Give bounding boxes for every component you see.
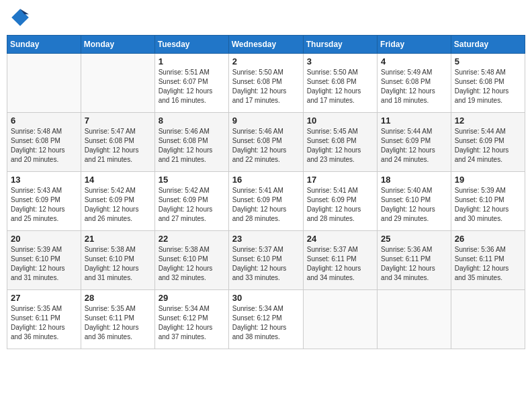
calendar-cell: 1Sunrise: 5:51 AMSunset: 6:07 PMDaylight… bbox=[154, 54, 228, 113]
calendar-cell: 22Sunrise: 5:38 AMSunset: 6:10 PMDayligh… bbox=[154, 231, 228, 290]
day-info: Sunrise: 5:36 AMSunset: 6:11 PMDaylight:… bbox=[455, 245, 521, 283]
calendar-cell: 15Sunrise: 5:42 AMSunset: 6:09 PMDayligh… bbox=[154, 172, 228, 231]
calendar-week-row: 1Sunrise: 5:51 AMSunset: 6:07 PMDaylight… bbox=[7, 54, 525, 113]
day-number: 13 bbox=[11, 175, 77, 185]
day-number: 2 bbox=[232, 56, 300, 66]
calendar-cell: 10Sunrise: 5:45 AMSunset: 6:08 PMDayligh… bbox=[303, 113, 377, 172]
day-number: 25 bbox=[381, 234, 447, 244]
calendar-cell: 12Sunrise: 5:44 AMSunset: 6:09 PMDayligh… bbox=[451, 113, 525, 172]
day-info: Sunrise: 5:49 AMSunset: 6:08 PMDaylight:… bbox=[381, 68, 447, 105]
calendar-cell: 23Sunrise: 5:37 AMSunset: 6:10 PMDayligh… bbox=[228, 231, 303, 290]
calendar-cell: 19Sunrise: 5:39 AMSunset: 6:10 PMDayligh… bbox=[451, 172, 525, 231]
day-number: 10 bbox=[307, 116, 373, 126]
day-number: 11 bbox=[381, 116, 447, 126]
calendar-cell: 18Sunrise: 5:40 AMSunset: 6:10 PMDayligh… bbox=[378, 172, 451, 231]
calendar-cell: 13Sunrise: 5:43 AMSunset: 6:09 PMDayligh… bbox=[7, 172, 81, 231]
day-number: 30 bbox=[232, 293, 300, 303]
day-info: Sunrise: 5:37 AMSunset: 6:10 PMDaylight:… bbox=[232, 245, 300, 283]
day-number: 8 bbox=[159, 116, 225, 126]
weekday-header: Monday bbox=[81, 36, 154, 54]
day-info: Sunrise: 5:42 AMSunset: 6:09 PMDaylight:… bbox=[85, 186, 151, 224]
day-info: Sunrise: 5:39 AMSunset: 6:10 PMDaylight:… bbox=[455, 186, 521, 224]
calendar-cell: 7Sunrise: 5:47 AMSunset: 6:08 PMDaylight… bbox=[81, 113, 154, 172]
weekday-header: Thursday bbox=[303, 36, 377, 54]
day-number: 29 bbox=[159, 293, 225, 303]
calendar-cell: 14Sunrise: 5:42 AMSunset: 6:09 PMDayligh… bbox=[81, 172, 154, 231]
day-info: Sunrise: 5:44 AMSunset: 6:09 PMDaylight:… bbox=[381, 127, 447, 165]
calendar-cell bbox=[81, 54, 154, 113]
day-number: 12 bbox=[455, 116, 521, 126]
calendar-week-row: 27Sunrise: 5:35 AMSunset: 6:11 PMDayligh… bbox=[7, 290, 525, 349]
svg-marker-0 bbox=[11, 9, 29, 26]
day-number: 1 bbox=[159, 56, 225, 66]
day-info: Sunrise: 5:41 AMSunset: 6:09 PMDaylight:… bbox=[232, 186, 300, 224]
day-number: 27 bbox=[11, 293, 77, 303]
day-info: Sunrise: 5:36 AMSunset: 6:11 PMDaylight:… bbox=[381, 245, 447, 283]
calendar-cell bbox=[378, 290, 451, 349]
calendar-cell: 16Sunrise: 5:41 AMSunset: 6:09 PMDayligh… bbox=[228, 172, 303, 231]
day-number: 14 bbox=[85, 175, 151, 185]
weekday-header: Saturday bbox=[451, 36, 525, 54]
day-info: Sunrise: 5:50 AMSunset: 6:08 PMDaylight:… bbox=[307, 68, 373, 105]
day-number: 24 bbox=[307, 234, 373, 244]
calendar-cell: 24Sunrise: 5:37 AMSunset: 6:11 PMDayligh… bbox=[303, 231, 377, 290]
day-number: 5 bbox=[455, 56, 521, 66]
calendar-week-row: 13Sunrise: 5:43 AMSunset: 6:09 PMDayligh… bbox=[7, 172, 525, 231]
day-number: 3 bbox=[307, 56, 373, 66]
weekday-header: Wednesday bbox=[228, 36, 303, 54]
day-info: Sunrise: 5:44 AMSunset: 6:09 PMDaylight:… bbox=[455, 127, 521, 165]
day-number: 18 bbox=[381, 175, 447, 185]
day-number: 16 bbox=[232, 175, 300, 185]
day-number: 28 bbox=[85, 293, 151, 303]
calendar-cell: 6Sunrise: 5:48 AMSunset: 6:08 PMDaylight… bbox=[7, 113, 81, 172]
logo bbox=[9, 7, 34, 28]
logo-icon bbox=[9, 7, 31, 28]
calendar-cell bbox=[303, 290, 377, 349]
day-number: 19 bbox=[455, 175, 521, 185]
calendar-cell: 3Sunrise: 5:50 AMSunset: 6:08 PMDaylight… bbox=[303, 54, 377, 113]
weekday-header: Tuesday bbox=[154, 36, 228, 54]
weekday-header-row: SundayMondayTuesdayWednesdayThursdayFrid… bbox=[7, 36, 525, 54]
calendar-cell bbox=[451, 290, 525, 349]
calendar-cell: 4Sunrise: 5:49 AMSunset: 6:08 PMDaylight… bbox=[378, 54, 451, 113]
day-number: 21 bbox=[85, 234, 151, 244]
day-number: 26 bbox=[455, 234, 521, 244]
calendar-cell: 5Sunrise: 5:48 AMSunset: 6:08 PMDaylight… bbox=[451, 54, 525, 113]
day-number: 17 bbox=[307, 175, 373, 185]
day-info: Sunrise: 5:48 AMSunset: 6:08 PMDaylight:… bbox=[455, 68, 521, 105]
day-info: Sunrise: 5:40 AMSunset: 6:10 PMDaylight:… bbox=[381, 186, 447, 224]
day-number: 7 bbox=[85, 116, 151, 126]
calendar-cell: 9Sunrise: 5:46 AMSunset: 6:08 PMDaylight… bbox=[228, 113, 303, 172]
calendar-cell: 17Sunrise: 5:41 AMSunset: 6:09 PMDayligh… bbox=[303, 172, 377, 231]
weekday-header: Sunday bbox=[7, 36, 81, 54]
day-info: Sunrise: 5:47 AMSunset: 6:08 PMDaylight:… bbox=[85, 127, 151, 165]
day-info: Sunrise: 5:35 AMSunset: 6:11 PMDaylight:… bbox=[11, 304, 77, 342]
calendar-cell: 28Sunrise: 5:35 AMSunset: 6:11 PMDayligh… bbox=[81, 290, 154, 349]
calendar-cell: 20Sunrise: 5:39 AMSunset: 6:10 PMDayligh… bbox=[7, 231, 81, 290]
calendar-cell: 30Sunrise: 5:34 AMSunset: 6:12 PMDayligh… bbox=[228, 290, 303, 349]
day-number: 9 bbox=[232, 116, 300, 126]
calendar-table: SundayMondayTuesdayWednesdayThursdayFrid… bbox=[7, 35, 525, 349]
calendar-cell: 27Sunrise: 5:35 AMSunset: 6:11 PMDayligh… bbox=[7, 290, 81, 349]
day-number: 6 bbox=[11, 116, 77, 126]
calendar-cell: 25Sunrise: 5:36 AMSunset: 6:11 PMDayligh… bbox=[378, 231, 451, 290]
day-info: Sunrise: 5:34 AMSunset: 6:12 PMDaylight:… bbox=[232, 304, 300, 342]
day-info: Sunrise: 5:45 AMSunset: 6:08 PMDaylight:… bbox=[307, 127, 373, 165]
day-info: Sunrise: 5:42 AMSunset: 6:09 PMDaylight:… bbox=[159, 186, 225, 224]
calendar-week-row: 6Sunrise: 5:48 AMSunset: 6:08 PMDaylight… bbox=[7, 113, 525, 172]
day-info: Sunrise: 5:43 AMSunset: 6:09 PMDaylight:… bbox=[11, 186, 77, 224]
day-number: 4 bbox=[381, 56, 447, 66]
weekday-header: Friday bbox=[378, 36, 451, 54]
day-number: 23 bbox=[232, 234, 300, 244]
calendar-cell: 29Sunrise: 5:34 AMSunset: 6:12 PMDayligh… bbox=[154, 290, 228, 349]
page-header bbox=[7, 7, 525, 28]
day-info: Sunrise: 5:41 AMSunset: 6:09 PMDaylight:… bbox=[307, 186, 373, 224]
day-info: Sunrise: 5:34 AMSunset: 6:12 PMDaylight:… bbox=[159, 304, 225, 342]
day-info: Sunrise: 5:38 AMSunset: 6:10 PMDaylight:… bbox=[159, 245, 225, 283]
day-number: 22 bbox=[159, 234, 225, 244]
day-info: Sunrise: 5:51 AMSunset: 6:07 PMDaylight:… bbox=[159, 68, 225, 105]
day-info: Sunrise: 5:48 AMSunset: 6:08 PMDaylight:… bbox=[11, 127, 77, 165]
calendar-cell: 2Sunrise: 5:50 AMSunset: 6:08 PMDaylight… bbox=[228, 54, 303, 113]
day-info: Sunrise: 5:37 AMSunset: 6:11 PMDaylight:… bbox=[307, 245, 373, 283]
calendar-cell: 21Sunrise: 5:38 AMSunset: 6:10 PMDayligh… bbox=[81, 231, 154, 290]
